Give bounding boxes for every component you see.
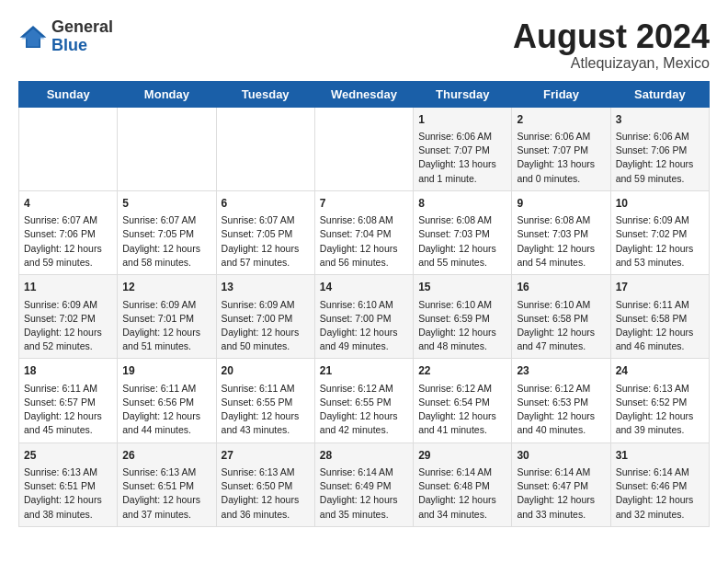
cell-info: Daylight: 12 hours <box>418 410 496 421</box>
cell-info: Sunrise: 6:12 AM <box>418 383 492 394</box>
cell-info: Sunset: 6:55 PM <box>222 396 293 408</box>
cell-info: Sunset: 7:07 PM <box>418 144 490 155</box>
cell-info: Daylight: 12 hours <box>418 494 496 505</box>
cell-info: Sunset: 7:03 PM <box>517 228 588 239</box>
day-number: 2 <box>517 112 605 128</box>
calendar-cell: 9Sunrise: 6:08 AMSunset: 7:03 PMDaylight… <box>512 190 610 274</box>
cell-info: Sunrise: 6:13 AM <box>122 466 196 477</box>
calendar-cell: 2Sunrise: 6:06 AMSunset: 7:07 PMDaylight… <box>512 107 610 190</box>
cell-info: Daylight: 12 hours <box>320 410 398 421</box>
location-subtitle: Atlequizayan, Mexico <box>513 55 710 72</box>
cell-info: Sunset: 6:50 PM <box>222 480 293 491</box>
cell-info: and 51 minutes. <box>122 340 191 351</box>
day-number: 12 <box>122 280 210 295</box>
calendar-cell: 23Sunrise: 6:12 AMSunset: 6:53 PMDayligh… <box>512 359 610 442</box>
calendar-cell: 22Sunrise: 6:12 AMSunset: 6:54 PMDayligh… <box>414 359 512 442</box>
day-number: 23 <box>517 363 605 379</box>
cell-info: Sunrise: 6:13 AM <box>222 466 295 477</box>
cell-info: Sunset: 6:51 PM <box>122 480 194 491</box>
cell-info: Daylight: 12 hours <box>24 494 102 505</box>
page-header: General Blue August 2024 Atlequizayan, M… <box>18 18 710 72</box>
cell-info: and 46 minutes. <box>616 340 685 351</box>
day-number: 27 <box>222 448 310 464</box>
day-number: 4 <box>24 196 112 212</box>
cell-info: and 56 minutes. <box>320 257 389 268</box>
day-number: 22 <box>418 363 506 379</box>
cell-info: Sunset: 7:07 PM <box>517 144 588 155</box>
header-thursday: Thursday <box>414 81 512 107</box>
cell-info: Sunset: 6:55 PM <box>320 396 392 408</box>
day-number: 1 <box>418 112 506 128</box>
cell-info: Sunrise: 6:09 AM <box>24 299 97 310</box>
cell-info: Daylight: 12 hours <box>320 494 398 505</box>
calendar-cell: 27Sunrise: 6:13 AMSunset: 6:50 PMDayligh… <box>216 442 314 526</box>
calendar-week-1: 1Sunrise: 6:06 AMSunset: 7:07 PMDaylight… <box>19 107 710 190</box>
cell-info: Daylight: 12 hours <box>222 494 300 505</box>
cell-info: Sunrise: 6:12 AM <box>517 383 590 394</box>
day-number: 5 <box>122 196 210 212</box>
cell-info: Sunset: 6:48 PM <box>418 480 490 491</box>
cell-info: Sunset: 7:02 PM <box>24 313 96 324</box>
cell-info: Sunset: 7:06 PM <box>24 228 96 239</box>
cell-info: Sunset: 7:00 PM <box>222 313 293 324</box>
cell-info: Sunrise: 6:07 AM <box>222 214 295 225</box>
cell-info: Sunrise: 6:09 AM <box>222 299 295 310</box>
cell-info: Daylight: 12 hours <box>418 327 496 338</box>
cell-info: Sunrise: 6:08 AM <box>517 214 590 225</box>
cell-info: Sunset: 6:52 PM <box>616 396 688 408</box>
calendar-cell: 15Sunrise: 6:10 AMSunset: 6:59 PMDayligh… <box>414 275 512 359</box>
cell-info: Sunset: 6:56 PM <box>122 396 194 408</box>
day-number: 24 <box>616 363 704 379</box>
day-number: 17 <box>616 280 704 295</box>
cell-info: Daylight: 12 hours <box>122 494 200 505</box>
cell-info: Daylight: 12 hours <box>320 243 398 254</box>
calendar-cell: 6Sunrise: 6:07 AMSunset: 7:05 PMDaylight… <box>216 190 314 274</box>
cell-info: and 54 minutes. <box>517 257 586 268</box>
cell-info: Sunrise: 6:10 AM <box>517 299 590 310</box>
calendar-cell: 13Sunrise: 6:09 AMSunset: 7:00 PMDayligh… <box>216 275 314 359</box>
calendar-table: SundayMondayTuesdayWednesdayThursdayFrid… <box>18 81 710 527</box>
logo-text: General Blue <box>51 18 113 55</box>
logo-blue-text: Blue <box>51 37 113 55</box>
cell-info: and 36 minutes. <box>222 509 290 520</box>
cell-info: Daylight: 12 hours <box>616 494 694 505</box>
logo-general-text: General <box>51 18 113 37</box>
cell-info: Daylight: 12 hours <box>24 410 102 421</box>
cell-info: Sunset: 7:05 PM <box>122 228 194 239</box>
cell-info: Daylight: 12 hours <box>616 410 694 421</box>
cell-info: Sunrise: 6:09 AM <box>122 299 196 310</box>
day-number: 13 <box>222 280 310 295</box>
cell-info: and 40 minutes. <box>517 424 586 435</box>
header-sunday: Sunday <box>19 81 118 107</box>
header-monday: Monday <box>118 81 216 107</box>
cell-info: Daylight: 12 hours <box>517 410 595 421</box>
cell-info: and 0 minutes. <box>517 173 580 184</box>
cell-info: Sunset: 7:02 PM <box>616 228 688 239</box>
cell-info: Sunrise: 6:12 AM <box>320 383 393 394</box>
calendar-cell: 30Sunrise: 6:14 AMSunset: 6:47 PMDayligh… <box>512 442 610 526</box>
cell-info: Daylight: 12 hours <box>122 243 200 254</box>
cell-info: Daylight: 12 hours <box>122 410 200 421</box>
cell-info: Sunrise: 6:14 AM <box>517 466 590 477</box>
cell-info: and 55 minutes. <box>418 257 487 268</box>
cell-info: Sunset: 6:57 PM <box>24 396 96 408</box>
cell-info: Sunset: 6:47 PM <box>517 480 588 491</box>
cell-info: Sunrise: 6:10 AM <box>418 299 492 310</box>
cell-info: and 34 minutes. <box>418 509 487 520</box>
calendar-cell: 24Sunrise: 6:13 AMSunset: 6:52 PMDayligh… <box>610 359 709 442</box>
cell-info: and 1 minute. <box>418 173 477 184</box>
calendar-cell: 17Sunrise: 6:11 AMSunset: 6:58 PMDayligh… <box>610 275 709 359</box>
header-wednesday: Wednesday <box>314 81 413 107</box>
calendar-cell: 14Sunrise: 6:10 AMSunset: 7:00 PMDayligh… <box>314 275 413 359</box>
cell-info: and 53 minutes. <box>616 257 685 268</box>
calendar-cell: 29Sunrise: 6:14 AMSunset: 6:48 PMDayligh… <box>414 442 512 526</box>
cell-info: Sunrise: 6:11 AM <box>222 383 295 394</box>
day-number: 25 <box>24 448 112 464</box>
cell-info: and 41 minutes. <box>418 424 487 435</box>
cell-info: and 45 minutes. <box>24 424 93 435</box>
cell-info: Daylight: 12 hours <box>418 243 496 254</box>
cell-info: Sunrise: 6:08 AM <box>418 214 492 225</box>
cell-info: and 37 minutes. <box>122 509 191 520</box>
cell-info: Sunrise: 6:11 AM <box>122 383 196 394</box>
logo: General Blue <box>18 18 113 55</box>
